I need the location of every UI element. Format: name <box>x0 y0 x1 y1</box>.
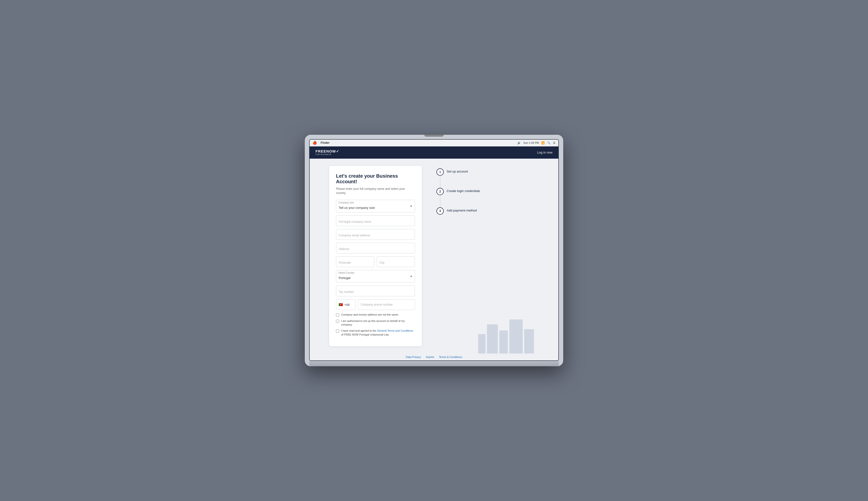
checkbox-authorised-group: I am authorised to set up this account o… <box>336 319 415 327</box>
company-size-select-wrapper: Company size Tell us your company size 1… <box>336 200 415 213</box>
step2-label: Create login credentials <box>447 188 480 193</box>
step1-circle: 1 <box>437 168 444 176</box>
phone-flag-icon: 🇵🇹 <box>339 303 343 307</box>
menubar-wifi-icon: 📶 <box>541 141 545 145</box>
app-logo: FREENOW✓ FOR BUSINESS <box>315 149 339 156</box>
building-1 <box>478 334 485 354</box>
registration-form-card: Let's create your Business Account! Plea… <box>329 166 422 347</box>
building-2 <box>487 324 498 354</box>
page-footer: Data Privacy Imprint Terms & Conditions <box>310 354 558 360</box>
postcode-input[interactable] <box>336 256 374 267</box>
menubar-time: Sun 1:44 PM <box>523 141 539 144</box>
address-group <box>336 243 415 253</box>
form-subtitle: Please enter your full company name and … <box>336 187 415 195</box>
main-content: Let's create your Business Account! Plea… <box>310 159 558 354</box>
country-select[interactable]: Portugal Spain United Kingdom <box>336 270 415 283</box>
menubar-app-name: Finder <box>321 141 330 145</box>
laptop-bottom-bar <box>309 361 559 366</box>
building-3 <box>499 330 508 354</box>
address-input[interactable] <box>336 243 415 253</box>
postcode-city-row <box>336 256 415 270</box>
phone-prefix-display[interactable]: 🇵🇹 +44 <box>336 299 355 310</box>
menubar-menu-icon[interactable]: ☰ <box>553 141 555 145</box>
company-size-select[interactable]: Tell us your company size 1-10 11-50 51-… <box>336 200 415 213</box>
company-name-group <box>336 215 415 226</box>
invoice-address-label: Company and invoice address are not the … <box>341 313 399 317</box>
checkbox-invoice-group: Company and invoice address are not the … <box>336 313 415 317</box>
terms-after-text: of FREE NOW Portugal Unipessoal Lda. <box>341 333 389 336</box>
phone-group: 🇵🇹 +44 <box>336 299 415 310</box>
step-connector-1 <box>440 176 440 188</box>
login-link[interactable]: Log in now <box>537 151 553 154</box>
step-connector-2 <box>440 196 440 208</box>
terms-label: I have read and agreed to the General Te… <box>341 329 415 337</box>
company-email-input[interactable] <box>336 229 415 240</box>
step1-item: 1 Set up account <box>437 168 480 176</box>
footer-data-privacy-link[interactable]: Data Privacy <box>406 355 421 359</box>
menubar-search-icon[interactable]: 🔍 <box>547 141 551 145</box>
step2-circle: 2 <box>437 188 444 195</box>
terms-checkbox[interactable] <box>336 329 339 333</box>
step3-circle: 3 <box>437 207 444 215</box>
footer-terms-link[interactable]: Terms & Conditions <box>439 355 462 359</box>
city-group <box>377 256 415 267</box>
step2-wrapper: 2 Create login credentials <box>437 188 480 195</box>
country-select-wrapper: Select Country Portugal Spain United Kin… <box>336 270 415 283</box>
phone-prefix-value: +44 <box>344 303 349 307</box>
building-4 <box>509 319 523 354</box>
logo-text: FREENOW✓ <box>315 149 339 153</box>
authorised-label: I am authorised to set up this account o… <box>341 319 415 327</box>
logo-subtitle: FOR BUSINESS <box>315 153 339 156</box>
footer-links: Data Privacy Imprint Terms & Conditions <box>310 355 558 359</box>
step2-item: 2 Create login credentials <box>437 188 480 195</box>
terms-before-text: I have read and agreed to the <box>341 329 377 332</box>
stepper-panel: 1 Set up account 2 Create login credenti… <box>437 166 480 347</box>
step1-wrapper: 1 Set up account <box>437 168 480 176</box>
building-illustration <box>478 319 534 354</box>
authorised-checkbox[interactable] <box>336 320 339 323</box>
tax-number-input[interactable] <box>336 286 415 296</box>
postcode-group <box>336 256 374 267</box>
form-title: Let's create your Business Account! <box>336 173 415 184</box>
menubar-sound-icon: 🔊 <box>517 141 521 145</box>
step3-wrapper: 3 Add payment method <box>437 207 480 215</box>
city-input[interactable] <box>377 256 415 267</box>
invoice-address-checkbox[interactable] <box>336 313 339 317</box>
mac-menubar: 🍎 Finder 🔊 Sun 1:44 PM 📶 🔍 ☰ <box>310 140 558 147</box>
tax-number-group <box>336 286 415 296</box>
phone-number-input[interactable] <box>358 299 415 310</box>
app-navbar: FREENOW✓ FOR BUSINESS Log in now <box>310 147 558 159</box>
terms-link[interactable]: General Terms and Conditions <box>377 329 413 332</box>
checkbox-terms-group: I have read and agreed to the General Te… <box>336 329 415 337</box>
company-size-group: Company size Tell us your company size 1… <box>336 200 415 213</box>
step3-label: Add payment method <box>447 207 477 212</box>
step3-item: 3 Add payment method <box>437 207 480 215</box>
step1-label: Set up account <box>447 168 468 173</box>
company-name-input[interactable] <box>336 215 415 226</box>
country-group: Select Country Portugal Spain United Kin… <box>336 270 415 283</box>
company-email-group <box>336 229 415 240</box>
building-5 <box>524 329 534 354</box>
apple-menu-icon[interactable]: 🍎 <box>313 141 317 145</box>
footer-imprint-link[interactable]: Imprint <box>426 355 434 359</box>
